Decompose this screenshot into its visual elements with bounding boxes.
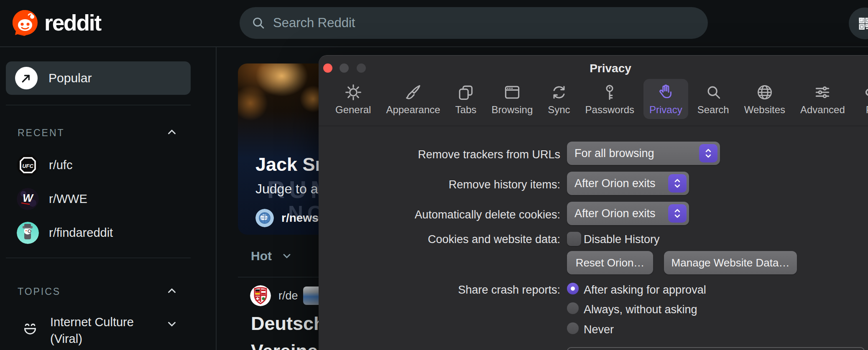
reddit-logo[interactable]: reddit [12,9,101,36]
settings-group-box-top [567,347,865,350]
settings-toolbar: General Appearance Tabs [329,79,868,119]
history-row-label: Remove history items: [319,178,560,191]
tabs-icon [457,83,475,101]
history-dropdown[interactable]: After Orion exits [567,172,689,195]
r-news-avatar [255,209,274,227]
reddit-header: reddit [0,0,868,47]
topics-section-header: TOPICS [18,286,61,297]
sort-chevron-down-icon[interactable] [281,250,293,262]
sidebar-item-internet-culture[interactable]: Internet Culture(Viral) [22,314,134,347]
reset-orion-button[interactable]: Reset Orion… [567,251,653,274]
stepper-arrows-icon [699,144,717,162]
topic-label: Internet Culture(Viral) [50,314,134,347]
snoo-icon [12,9,38,36]
sidebar-divider [6,258,191,258]
toolbar-separator [319,126,868,126]
crash-radio-label: Never [584,323,614,336]
crash-reports-row-label: Share crash reports: [319,284,560,297]
topic-expand-chevron-down-icon[interactable] [166,318,178,330]
search-input[interactable] [273,15,649,30]
qr-code-icon [857,16,868,31]
r-ufc-avatar: UFC [17,154,39,176]
reddit-wordmark: reddit [44,10,101,36]
topics-collapse-chevron-up-icon[interactable] [166,284,178,297]
sidebar-divider [6,105,191,105]
svg-text:UFC: UFC [22,163,33,169]
dialog-title: Privacy [319,62,868,75]
sidebar-item-r-ufc[interactable]: UFC r/ufc [17,154,72,176]
sort-dropdown[interactable]: Hot [251,249,272,263]
key-icon [600,83,619,101]
sidebar-item-r-findareddit[interactable]: r/findareddit [17,222,113,244]
tab-search[interactable]: Search [692,79,735,119]
tab-privacy[interactable]: Privacy [643,79,688,119]
popular-trending-icon [15,67,38,89]
recent-section-header: RECENT [18,127,65,139]
stepper-arrows-icon [668,174,687,193]
hero-community-name: r/news [281,211,319,225]
disable-history-checkbox[interactable] [567,232,581,246]
manage-website-data-button[interactable]: Manage Website Data… [664,251,797,274]
partial-icon [860,83,868,101]
cookies-dropdown[interactable]: After Orion exits [567,202,689,225]
raised-hand-icon [656,83,675,101]
crash-radio-label: Always, without asking [584,303,697,316]
globe-icon [756,83,774,101]
sync-arrows-icon [550,83,568,101]
recent-collapse-chevron-up-icon[interactable] [166,126,178,138]
laughing-face-icon [22,320,38,336]
feed-divider [238,277,319,277]
sliders-icon [813,83,832,101]
tab-general[interactable]: General [329,79,377,119]
r-findareddit-avatar [17,222,39,244]
website-data-row-label: Cookies and website data: [319,233,560,246]
post-community-name: r/de [278,289,298,302]
r-wwe-avatar: W [17,188,39,210]
tab-passwords[interactable]: Passwords [580,79,640,119]
tab-sync[interactable]: Sync [542,79,576,119]
sidebar-item-popular[interactable]: Popular [6,61,191,95]
tab-appearance[interactable]: Appearance [380,79,446,119]
post-community-row[interactable]: r/de [250,285,298,306]
tab-websites[interactable]: Websites [738,79,791,119]
disable-history-label: Disable History [584,233,660,246]
crash-radio-never[interactable] [567,322,579,334]
sidebar-item-r-wwe[interactable]: W r/WWE [17,188,87,210]
magnifier-icon [704,83,722,101]
search-bar[interactable] [240,7,708,39]
get-app-qr-button[interactable] [849,8,868,39]
r-de-avatar [250,285,271,306]
sidebar-item-label: r/ufc [49,158,72,172]
stepper-arrows-icon [668,204,687,223]
sidebar-item-label: r/WWE [49,192,87,206]
tab-browsing[interactable]: Browsing [486,79,539,119]
search-icon [251,16,266,30]
privacy-settings-dialog: Privacy General Appearance [319,55,868,350]
crash-radio-label: After asking for approval [584,284,706,297]
paintbrush-icon [404,83,422,101]
crash-radio-after-asking[interactable] [567,283,579,294]
cookies-row-label: Automatically delete cookies: [319,208,560,221]
browser-window-icon [503,83,521,101]
screen: reddit Popular [0,0,868,350]
left-sidebar: Popular RECENT UFC r/ufc W [0,47,217,350]
popular-label: Popular [49,71,92,85]
trackers-dropdown[interactable]: For all browsing [567,142,720,165]
crash-radio-always[interactable] [567,302,579,314]
svg-text:W: W [23,192,34,204]
trackers-row-label: Remove trackers from URLs [319,148,560,161]
tab-partial-right[interactable]: P [854,79,868,119]
sidebar-item-label: r/findareddit [49,226,113,240]
tab-tabs[interactable]: Tabs [449,79,483,119]
gear-icon [344,83,363,101]
tab-advanced[interactable]: Advanced [794,79,851,119]
